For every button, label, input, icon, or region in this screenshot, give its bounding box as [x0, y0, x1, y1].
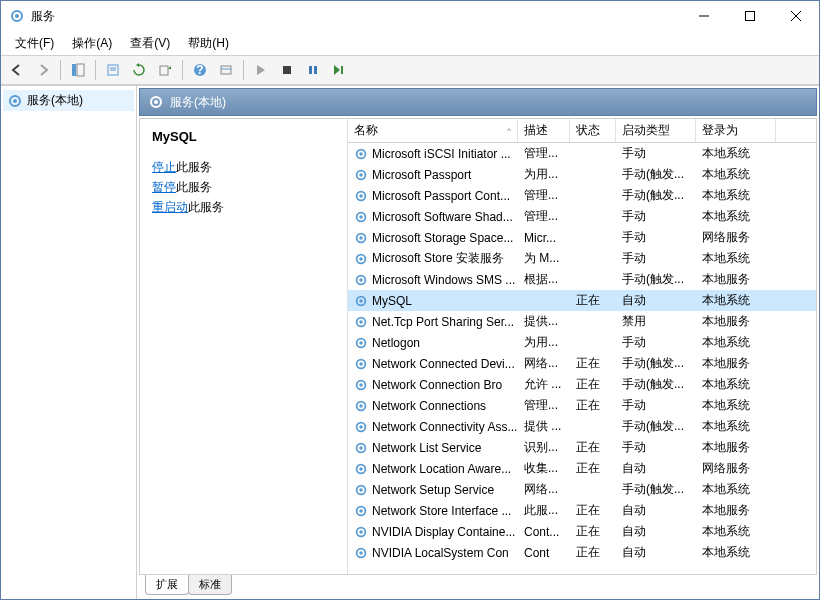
service-row[interactable]: Microsoft iSCSI Initiator ...管理...手动本地系统: [348, 143, 816, 164]
cell-logon: 本地服务: [696, 500, 776, 521]
service-row[interactable]: MySQL正在自动本地系统: [348, 290, 816, 311]
service-row[interactable]: Network Connected Devi...网络...正在手动(触发...…: [348, 353, 816, 374]
svg-rect-14: [221, 66, 231, 74]
stop-service-link[interactable]: 停止: [152, 160, 176, 174]
cell-status: [570, 341, 616, 345]
start-service-button[interactable]: [249, 58, 273, 82]
content-header-label: 服务(本地): [170, 94, 226, 111]
stop-service-button[interactable]: [275, 58, 299, 82]
service-row[interactable]: Microsoft Passport Cont...管理...手动(触发...本…: [348, 185, 816, 206]
svg-text:?: ?: [196, 63, 203, 77]
svg-point-23: [154, 100, 158, 104]
back-button[interactable]: [5, 58, 29, 82]
cell-start: 自动: [616, 542, 696, 563]
toolbar-button[interactable]: [214, 58, 238, 82]
service-row[interactable]: Network Connections管理...正在手动本地系统: [348, 395, 816, 416]
forward-button[interactable]: [31, 58, 55, 82]
service-row[interactable]: Netlogon为用...手动本地系统: [348, 332, 816, 353]
service-row[interactable]: Network Setup Service网络...手动(触发...本地系统: [348, 479, 816, 500]
cell-name: Network Connection Bro: [348, 376, 518, 394]
list-rows[interactable]: Microsoft iSCSI Initiator ...管理...手动本地系统…: [348, 143, 816, 574]
svg-point-53: [359, 446, 363, 450]
service-row[interactable]: Network Connectivity Ass...提供 ...手动(触发..…: [348, 416, 816, 437]
restart-service-button[interactable]: [327, 58, 351, 82]
service-row[interactable]: Microsoft Store 安装服务为 M...手动本地系统: [348, 248, 816, 269]
body: 服务(本地) 服务(本地) MySQL 停止此服务 暂停此服务 重启动此服务: [1, 85, 819, 599]
cell-logon: 本地服务: [696, 437, 776, 458]
titlebar: 服务: [1, 1, 819, 31]
toolbar: ?: [1, 55, 819, 85]
help-button[interactable]: ?: [188, 58, 212, 82]
svg-point-25: [359, 152, 363, 156]
pause-service-link[interactable]: 暂停: [152, 180, 176, 194]
restart-service-link[interactable]: 重启动: [152, 200, 188, 214]
cell-status: 正在: [570, 353, 616, 374]
svg-rect-16: [283, 66, 291, 74]
service-row[interactable]: Net.Tcp Port Sharing Ser...提供...禁用本地服务: [348, 311, 816, 332]
properties-button[interactable]: [101, 58, 125, 82]
service-row[interactable]: Network Store Interface ...此服...正在自动本地服务: [348, 500, 816, 521]
service-icon: [354, 189, 368, 203]
col-header-name[interactable]: 名称^: [348, 119, 518, 142]
col-header-start[interactable]: 启动类型: [616, 119, 696, 142]
services-icon: [9, 8, 25, 24]
detail-pane: MySQL 停止此服务 暂停此服务 重启动此服务: [140, 119, 348, 574]
service-icon: [354, 294, 368, 308]
cell-desc: 管理...: [518, 143, 570, 164]
cell-start: 手动(触发...: [616, 269, 696, 290]
service-row[interactable]: Network Connection Bro允许 ...正在手动(触发...本地…: [348, 374, 816, 395]
menu-action[interactable]: 操作(A): [64, 32, 120, 55]
tab-standard[interactable]: 标准: [188, 575, 232, 595]
service-row[interactable]: Network Location Aware...收集...正在自动网络服务: [348, 458, 816, 479]
tab-extended[interactable]: 扩展: [145, 575, 189, 595]
cell-start: 手动: [616, 227, 696, 248]
col-header-status[interactable]: 状态: [570, 119, 616, 142]
pause-service-link-row: 暂停此服务: [152, 178, 335, 196]
service-icon: [354, 168, 368, 182]
cell-name: Netlogon: [348, 334, 518, 352]
export-button[interactable]: [153, 58, 177, 82]
close-button[interactable]: [773, 1, 819, 31]
cell-name: Network Connections: [348, 397, 518, 415]
menu-help[interactable]: 帮助(H): [180, 32, 237, 55]
service-icon: [354, 147, 368, 161]
cell-desc: 收集...: [518, 458, 570, 479]
cell-logon: 本地系统: [696, 395, 776, 416]
service-row[interactable]: NVIDIA LocalSystem ConCont正在自动本地系统: [348, 542, 816, 563]
cell-start: 手动(触发...: [616, 185, 696, 206]
service-icon: [354, 399, 368, 413]
cell-start: 手动: [616, 206, 696, 227]
service-row[interactable]: Microsoft Storage Space...Micr...手动网络服务: [348, 227, 816, 248]
svg-point-35: [359, 257, 363, 261]
svg-point-43: [359, 341, 363, 345]
tree-root-item[interactable]: 服务(本地): [3, 90, 134, 111]
cell-desc: 为用...: [518, 332, 570, 353]
cell-logon: 本地服务: [696, 269, 776, 290]
refresh-button[interactable]: [127, 58, 151, 82]
show-hide-tree-button[interactable]: [66, 58, 90, 82]
col-header-logon[interactable]: 登录为: [696, 119, 776, 142]
menu-view[interactable]: 查看(V): [122, 32, 178, 55]
svg-point-39: [359, 299, 363, 303]
cell-status: [570, 488, 616, 492]
svg-point-47: [359, 383, 363, 387]
service-row[interactable]: NVIDIA Display Containe...Cont...正在自动本地系…: [348, 521, 816, 542]
maximize-button[interactable]: [727, 1, 773, 31]
cell-start: 手动(触发...: [616, 374, 696, 395]
pause-service-button[interactable]: [301, 58, 325, 82]
svg-point-51: [359, 425, 363, 429]
service-row[interactable]: Microsoft Windows SMS ...根据...手动(触发...本地…: [348, 269, 816, 290]
service-icon: [354, 378, 368, 392]
svg-point-21: [13, 99, 17, 103]
cell-start: 自动: [616, 500, 696, 521]
col-header-desc[interactable]: 描述: [518, 119, 570, 142]
cell-desc: 为用...: [518, 164, 570, 185]
cell-desc: [518, 299, 570, 303]
service-row[interactable]: Network List Service识别...正在手动本地服务: [348, 437, 816, 458]
minimize-button[interactable]: [681, 1, 727, 31]
cell-start: 手动(触发...: [616, 164, 696, 185]
menu-file[interactable]: 文件(F): [7, 32, 62, 55]
cell-name: NVIDIA LocalSystem Con: [348, 544, 518, 562]
service-row[interactable]: Microsoft Passport为用...手动(触发...本地系统: [348, 164, 816, 185]
service-row[interactable]: Microsoft Software Shad...管理...手动本地系统: [348, 206, 816, 227]
